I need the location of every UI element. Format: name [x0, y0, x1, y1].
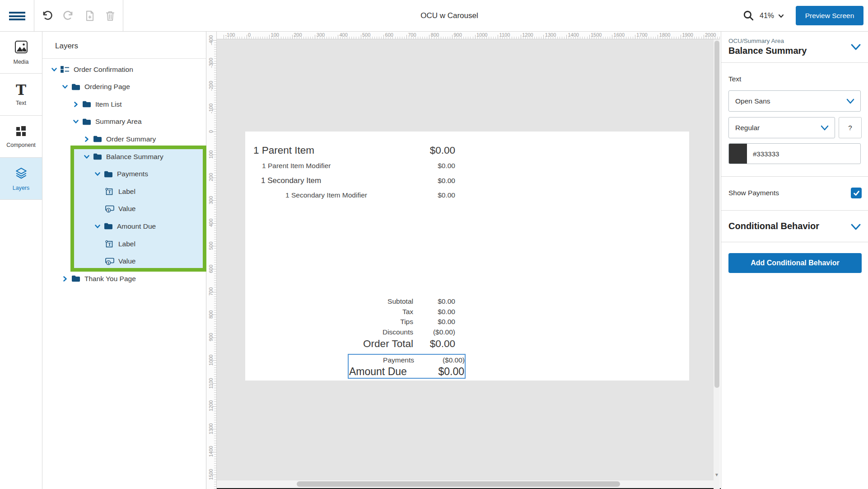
order-totals: Subtotal$0.00Tax$0.00Tips$0.00Discounts(… — [320, 296, 455, 351]
chevron-right-icon[interactable] — [84, 136, 90, 142]
canvas-area[interactable]: 1 Parent Item$0.001 Parent Item Modifier… — [217, 39, 714, 480]
balance-summary-selection[interactable]: Payments($0.00)Amount Due$0.00 — [348, 354, 466, 379]
divider — [721, 176, 868, 177]
tool-sidebar: Media T Text Component Layers — [0, 32, 42, 489]
total-value: $0.00 — [413, 297, 455, 306]
selected-row-value: ($0.00) — [414, 356, 465, 364]
value-icon: $ — [105, 205, 114, 213]
ruler-tick-label: 1500 — [207, 465, 215, 484]
layer-row-order-confirmation[interactable]: Order Confirmation — [51, 62, 133, 76]
conditional-chevron-down-icon[interactable] — [850, 222, 862, 231]
ruler-tick-label: 800 — [207, 306, 215, 324]
selected-row: Payments($0.00) — [349, 355, 465, 365]
layer-row-value[interactable]: $Value — [105, 202, 136, 216]
ruler-tick-label: -200 — [207, 77, 215, 95]
chevron-down-icon[interactable] — [62, 84, 68, 90]
item-label: 1 Secondary Item Modifier — [285, 191, 367, 199]
ruler-tick-label: 400 — [207, 214, 215, 232]
layer-row-label[interactable]: TLabel — [105, 237, 135, 251]
horizontal-scrollbar[interactable] — [217, 480, 714, 488]
layer-label: Label — [118, 240, 135, 248]
chevron-down-icon[interactable] — [73, 118, 79, 125]
zoom-chevron-down-icon[interactable] — [778, 13, 784, 19]
svg-text:$: $ — [107, 261, 109, 264]
font-weight-select[interactable]: Regular — [728, 117, 835, 138]
scroll-down-arrow-icon[interactable]: ▼ — [714, 471, 720, 478]
undo-icon[interactable] — [42, 10, 53, 22]
chevron-right-icon[interactable] — [73, 101, 79, 108]
sidebar-item-layers[interactable]: Layers — [0, 158, 42, 200]
chevron-down-icon[interactable] — [84, 154, 90, 160]
zoom-level[interactable]: 41% — [760, 0, 774, 32]
ruler-tick-label: 1500 — [591, 32, 602, 38]
collapse-section-chevron-icon[interactable] — [850, 42, 862, 52]
ruler-tick-label: 1100 — [499, 32, 510, 38]
divider — [721, 62, 868, 63]
ruler-tick-label: 400 — [339, 32, 347, 38]
search-zoom-icon[interactable] — [742, 9, 754, 21]
folder-icon — [93, 135, 102, 143]
vertical-scrollbar[interactable]: ▼ — [714, 39, 720, 489]
ruler-tick-label: 600 — [207, 260, 215, 278]
layer-row-payments[interactable]: Payments — [94, 167, 148, 181]
add-conditional-behavior-button[interactable]: Add Conditional Behavior — [728, 253, 862, 273]
ruler-tick-label: 100 — [207, 146, 215, 164]
layer-row-item-list[interactable]: Item List — [73, 97, 122, 111]
screen-title: OCU w Carousel — [420, 0, 478, 32]
horizontal-scrollbar-thumb[interactable] — [297, 481, 620, 487]
order-item-list: 1 Parent Item$0.001 Parent Item Modifier… — [253, 142, 455, 202]
ruler-tick-label: 1200 — [522, 32, 533, 38]
media-icon — [14, 40, 28, 56]
component-icon — [15, 125, 27, 139]
ruler-tick-label: 900 — [453, 32, 462, 38]
sidebar-item-text[interactable]: T Text — [0, 74, 42, 116]
layer-row-amount-due[interactable]: Amount Due — [94, 219, 156, 233]
layer-row-order-summary[interactable]: Order Summary — [84, 132, 156, 146]
ruler-tick-label: -400 — [207, 31, 215, 49]
value-icon: $ — [105, 258, 114, 265]
layer-row-value[interactable]: $Value — [105, 254, 136, 268]
redo-icon[interactable] — [62, 10, 74, 22]
ruler-tick-label: 700 — [408, 32, 416, 38]
chevron-down-icon[interactable] — [94, 223, 101, 230]
sidebar-item-label: Media — [13, 59, 28, 65]
font-family-select[interactable]: Open Sans — [728, 90, 861, 112]
app-window: OCU w Carousel 41% Preview Screen Media … — [0, 0, 868, 489]
chevron-right-icon[interactable] — [62, 276, 68, 282]
chevron-down-icon — [846, 98, 855, 105]
ruler-tick-label: 1000 — [476, 32, 487, 38]
ruler-tick-label: 1900 — [682, 32, 693, 38]
preview-screen-button[interactable]: Preview Screen — [796, 6, 863, 25]
total-row: Tax$0.00 — [320, 307, 455, 317]
chevron-down-icon[interactable] — [94, 171, 101, 177]
hamburger-menu-button[interactable] — [0, 0, 34, 32]
design-canvas[interactable]: 1 Parent Item$0.001 Parent Item Modifier… — [245, 132, 689, 381]
font-family-value: Open Sans — [735, 97, 770, 105]
new-page-icon[interactable] — [84, 10, 96, 22]
layer-row-ordering-page[interactable]: Ordering Page — [62, 80, 130, 94]
show-payments-checkbox[interactable] — [851, 188, 862, 198]
show-payments-label: Show Payments — [728, 189, 779, 197]
layer-row-summary-area[interactable]: Summary Area — [73, 115, 142, 129]
color-swatch[interactable] — [729, 144, 747, 164]
vertical-scrollbar-thumb[interactable] — [714, 41, 719, 388]
svg-text:T: T — [108, 242, 111, 247]
total-label: Tax — [320, 308, 413, 316]
layer-row-balance-summary[interactable]: Balance Summary — [84, 150, 163, 164]
total-value: $0.00 — [413, 308, 455, 316]
delete-icon[interactable] — [104, 10, 116, 22]
ruler-tick-label: 600 — [385, 32, 393, 38]
item-label: 1 Secondary Item — [261, 176, 321, 185]
layer-row-label[interactable]: TLabel — [105, 184, 135, 198]
total-label: Tips — [320, 318, 413, 326]
text-color-field[interactable]: #333333 — [728, 143, 861, 164]
total-row: Subtotal$0.00 — [320, 296, 455, 307]
balance-summary-highlight — [70, 146, 206, 272]
layer-label: Balance Summary — [106, 153, 163, 161]
help-button[interactable]: ? — [839, 117, 862, 138]
folder-icon — [104, 170, 113, 178]
sidebar-item-component[interactable]: Component — [0, 116, 42, 158]
sidebar-item-media[interactable]: Media — [0, 32, 42, 74]
layer-row-thank-you-page[interactable]: Thank You Page — [62, 272, 136, 286]
chevron-down-icon[interactable] — [51, 66, 57, 73]
